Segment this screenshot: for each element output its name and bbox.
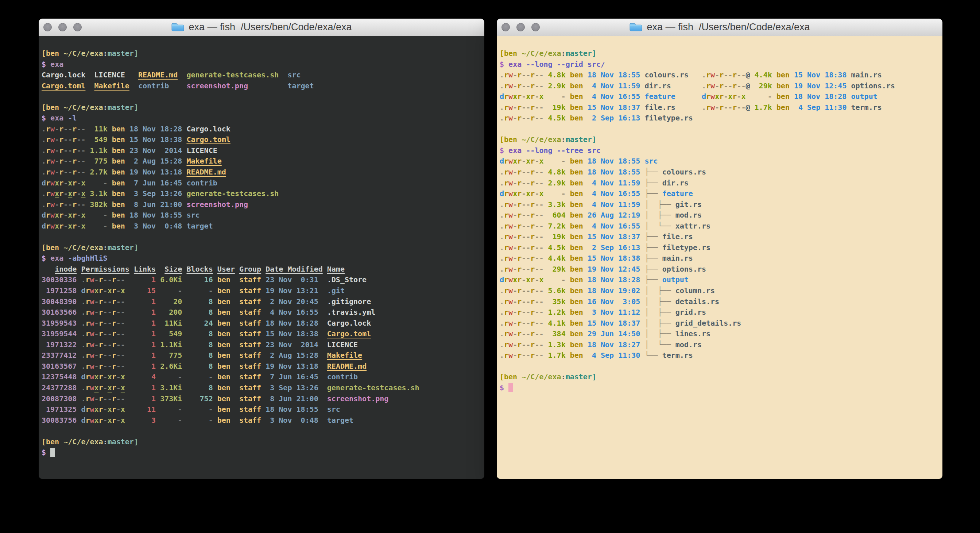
terminal-line: drwxr-xr-x - ben 3 Nov 0:48 target [41, 221, 483, 232]
text-segment: ben [213, 372, 235, 381]
permission-char: r [504, 168, 508, 176]
text-segment: 8 [182, 351, 213, 360]
permission-char: - [94, 329, 99, 338]
zoom-button[interactable] [531, 23, 540, 31]
permission-char: r [530, 211, 535, 219]
permission-char: - [526, 200, 530, 209]
text-segment: ~/C/e/exa [522, 49, 561, 58]
terminal-line: .rw-r--r-- 1.7k ben 4 Sep 11:30 └── term… [500, 350, 941, 361]
permission-char: - [513, 351, 517, 360]
terminal-line [41, 231, 483, 243]
text-segment: ben [566, 275, 583, 284]
cursor-block [508, 383, 513, 392]
text-segment: [ben [41, 243, 64, 252]
text-segment: ben [566, 81, 583, 90]
text-segment: : [561, 49, 566, 58]
text-segment: master [566, 372, 592, 381]
folder-icon [629, 22, 643, 32]
text-segment: 1971258 [41, 286, 76, 295]
permission-char: . [500, 265, 504, 273]
permission-char: w [90, 351, 94, 360]
permission-char: r [530, 308, 535, 316]
permission-char: - [715, 70, 719, 79]
zoom-button[interactable] [73, 23, 82, 31]
permission-char: r [530, 189, 535, 198]
terminal-line: 30048390 .rw-r--r-- 1 20 8 ben staff 2 N… [41, 297, 483, 307]
permission-char: w [711, 81, 715, 90]
permission-char: - [103, 340, 108, 349]
permission-char: r [99, 383, 103, 392]
titlebar[interactable]: exa — fish /Users/ben/Code/exa/exa [39, 19, 484, 36]
permission-char: r [85, 394, 90, 403]
terminal-content-light[interactable]: [ben ~/C/e/exa:master]$ exa --long --gri… [497, 36, 942, 479]
permission-char: - [513, 211, 517, 219]
permission-char: - [116, 416, 121, 424]
permission-char: - [121, 340, 125, 349]
permission-char: - [76, 135, 81, 144]
text-segment: ben [213, 319, 235, 327]
permission-char: r [517, 340, 522, 349]
text-segment: --long --tree src [522, 146, 601, 155]
text-segment: ben [566, 286, 583, 295]
permission-char: r [504, 265, 508, 273]
text-segment: ] [134, 243, 138, 252]
titlebar[interactable]: exa — fish /Users/ben/Code/exa/exa [497, 19, 942, 36]
text-segment: ben [566, 113, 583, 122]
permission-char: - [55, 156, 59, 165]
permission-char: r [517, 232, 522, 241]
permission-char: w [90, 383, 94, 392]
text-segment: 1.1Ki [156, 340, 182, 349]
permission-char: - [539, 308, 543, 316]
permission-char: r [517, 243, 522, 252]
text-segment: 18 Nov 18:28 [583, 275, 640, 284]
text-segment: [ben [500, 135, 522, 144]
permission-char: - [76, 189, 81, 198]
text-segment [640, 189, 644, 198]
terminal-line: 20087308 .rw-r--r-- 1 373Ki 752 ben staf… [41, 394, 483, 404]
minimize-button[interactable] [517, 23, 525, 31]
permission-char: x [68, 222, 72, 230]
permission-char: - [68, 168, 72, 176]
text-segment: ben [213, 340, 235, 349]
terminal-line: .rw-r--r-- 11k ben 18 Nov 18:28 Cargo.lo… [41, 124, 483, 135]
text-segment: │ ├── [644, 211, 675, 219]
text-segment [169, 81, 186, 90]
text-segment: Cargo.lock [41, 70, 85, 79]
text-segment [178, 70, 186, 79]
text-segment: [ben [500, 49, 522, 58]
close-button[interactable] [501, 23, 510, 31]
text-segment: staff [235, 405, 261, 413]
text-segment: 8 [182, 340, 213, 349]
permission-char: r [46, 189, 50, 198]
permission-char: - [513, 168, 517, 176]
text-segment: │ ├── [644, 319, 675, 327]
permission-char: - [76, 146, 81, 155]
text-segment: │ ├── [644, 297, 675, 306]
minimize-button[interactable] [58, 23, 67, 31]
permission-char: w [90, 416, 94, 424]
permission-char: - [64, 179, 68, 187]
text-segment: ben [108, 179, 125, 187]
permission-char: @ [746, 70, 750, 79]
permission-char: - [535, 286, 539, 295]
terminal-content-dark[interactable]: [ben ~/C/e/exa:master]$ exaCargo.lock LI… [39, 36, 484, 479]
terminal-line [500, 361, 941, 372]
text-segment [640, 286, 644, 295]
close-button[interactable] [43, 23, 52, 31]
terminal-line: 31959543 .rw-r--r-- 1 11Ki 24 ben staff … [41, 318, 483, 329]
text-segment: contrib [182, 179, 217, 187]
text-segment [156, 265, 164, 273]
text-segment [318, 351, 327, 360]
text-segment: Cargo.lock [182, 124, 230, 133]
text-segment: ~/C/e/exa [64, 103, 103, 112]
text-segment: xattr.rs [675, 222, 711, 230]
permission-char: w [711, 70, 715, 79]
terminal-line: [ben ~/C/e/exa:master] [500, 48, 941, 59]
text-segment: │ ├── [644, 308, 675, 316]
permission-char: r [517, 297, 522, 306]
text-segment: exa [508, 146, 522, 155]
terminal-line [500, 124, 941, 135]
permission-char [76, 383, 81, 392]
text-segment: 2.7k [85, 168, 107, 176]
permission-char: w [50, 211, 55, 219]
